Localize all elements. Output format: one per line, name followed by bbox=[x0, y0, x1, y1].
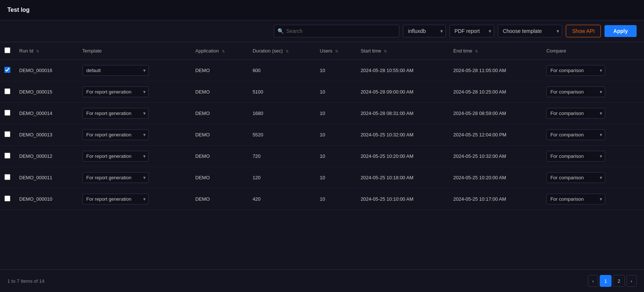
cell-application: DEMO bbox=[191, 167, 248, 189]
cell-end-time: 2024-05-25 10:20:00 AM bbox=[449, 167, 542, 189]
select-all-checkbox[interactable] bbox=[4, 47, 10, 53]
cell-compare: For comparisonBaselineNone bbox=[542, 60, 644, 81]
compare-select[interactable]: For comparisonBaselineNone bbox=[546, 108, 605, 119]
page-title: Test log bbox=[7, 7, 30, 13]
page-button-1[interactable]: 1 bbox=[600, 275, 612, 287]
row-checkbox[interactable] bbox=[4, 67, 10, 73]
sort-arrow-end-time: ⇅ bbox=[475, 49, 478, 53]
table-row: DEMO_000013defaultFor report generationD… bbox=[0, 124, 644, 146]
cell-duration: 720 bbox=[248, 146, 315, 167]
cell-end-time: 2024-05-28 11:05:00 AM bbox=[449, 60, 542, 81]
cell-application: DEMO bbox=[191, 146, 248, 167]
compare-select-wrapper: For comparisonBaselineNone bbox=[546, 65, 605, 76]
row-checkbox-cell bbox=[0, 124, 15, 146]
header-compare: Compare bbox=[542, 42, 644, 60]
cell-run-id: DEMO_000015 bbox=[15, 81, 78, 103]
template-select[interactable]: defaultFor report generation bbox=[82, 172, 149, 183]
page-button-2[interactable]: 2 bbox=[613, 275, 625, 287]
compare-select-wrapper: For comparisonBaselineNone bbox=[546, 108, 605, 119]
cell-template: defaultFor report generation bbox=[78, 167, 191, 189]
sort-arrow-application: ⇅ bbox=[222, 49, 225, 53]
pagination-info: 1 to 7 Items of 14 bbox=[7, 278, 44, 284]
template-select[interactable]: defaultFor report generation bbox=[82, 86, 149, 97]
cell-duration: 600 bbox=[248, 60, 315, 81]
cell-template: defaultFor report generation bbox=[78, 124, 191, 146]
cell-run-id: DEMO_000011 bbox=[15, 167, 78, 189]
search-input[interactable] bbox=[274, 25, 399, 37]
cell-template: defaultFor report generation bbox=[78, 60, 191, 81]
row-checkbox[interactable] bbox=[4, 88, 10, 94]
header-duration: Duration (sec) ⇅ bbox=[248, 42, 315, 60]
cell-users: 10 bbox=[316, 103, 357, 124]
template-chooser-dropdown[interactable]: Choose template default For report gener… bbox=[498, 25, 562, 37]
row-checkbox-cell bbox=[0, 167, 15, 189]
header-run-id: Run Id ⇅ bbox=[15, 42, 78, 60]
cell-end-time: 2024-05-28 10:25:00 AM bbox=[449, 81, 542, 103]
cell-duration: 420 bbox=[248, 189, 315, 210]
row-checkbox-cell bbox=[0, 189, 15, 210]
row-checkbox[interactable] bbox=[4, 174, 10, 180]
cell-application: DEMO bbox=[191, 189, 248, 210]
sort-arrow-run-id: ⇅ bbox=[36, 49, 39, 53]
cell-application: DEMO bbox=[191, 124, 248, 146]
apply-button[interactable]: Apply bbox=[605, 25, 637, 37]
cell-compare: For comparisonBaselineNone bbox=[542, 103, 644, 124]
cell-end-time: 2024-05-25 10:32:00 AM bbox=[449, 146, 542, 167]
compare-select-wrapper: For comparisonBaselineNone bbox=[546, 129, 605, 140]
header-template: Template bbox=[78, 42, 191, 60]
compare-select[interactable]: For comparisonBaselineNone bbox=[546, 129, 605, 140]
cell-application: DEMO bbox=[191, 60, 248, 81]
row-checkbox-cell bbox=[0, 146, 15, 167]
header-bar: Test log bbox=[0, 0, 644, 20]
cell-users: 10 bbox=[316, 124, 357, 146]
db-dropdown[interactable]: influxdb prometheus mysql bbox=[403, 25, 446, 37]
compare-select[interactable]: For comparisonBaselineNone bbox=[546, 151, 605, 162]
compare-select[interactable]: For comparisonBaselineNone bbox=[546, 194, 605, 204]
compare-select[interactable]: For comparisonBaselineNone bbox=[546, 86, 605, 97]
template-select[interactable]: defaultFor report generation bbox=[82, 151, 149, 162]
cell-compare: For comparisonBaselineNone bbox=[542, 167, 644, 189]
cell-start-time: 2024-05-25 10:20:00 AM bbox=[356, 146, 449, 167]
next-page-button[interactable]: › bbox=[626, 275, 637, 287]
cell-application: DEMO bbox=[191, 81, 248, 103]
table-row: DEMO_000016defaultFor report generationD… bbox=[0, 60, 644, 81]
cell-run-id: DEMO_000013 bbox=[15, 124, 78, 146]
template-select-wrapper: defaultFor report generation bbox=[82, 151, 149, 162]
template-select[interactable]: defaultFor report generation bbox=[82, 194, 149, 204]
row-checkbox[interactable] bbox=[4, 110, 10, 116]
table-row: DEMO_000015defaultFor report generationD… bbox=[0, 81, 644, 103]
template-select-wrapper: defaultFor report generation bbox=[82, 108, 149, 119]
header-checkbox-cell bbox=[0, 42, 15, 60]
row-checkbox-cell bbox=[0, 60, 15, 81]
template-select-wrapper: defaultFor report generation bbox=[82, 172, 149, 183]
cell-template: defaultFor report generation bbox=[78, 103, 191, 124]
template-select[interactable]: defaultFor report generation bbox=[82, 65, 149, 76]
cell-run-id: DEMO_000014 bbox=[15, 103, 78, 124]
db-dropdown-wrapper: influxdb prometheus mysql bbox=[403, 25, 446, 37]
cell-end-time: 2024-05-25 12:04:00 PM bbox=[449, 124, 542, 146]
report-type-dropdown-wrapper: PDF report HTML report CSV report bbox=[450, 25, 494, 37]
row-checkbox[interactable] bbox=[4, 153, 10, 159]
cell-compare: For comparisonBaselineNone bbox=[542, 124, 644, 146]
cell-template: defaultFor report generation bbox=[78, 189, 191, 210]
row-checkbox[interactable] bbox=[4, 196, 10, 201]
row-checkbox-cell bbox=[0, 103, 15, 124]
template-chooser-wrapper: Choose template default For report gener… bbox=[498, 25, 562, 37]
cell-start-time: 2024-05-25 10:10:00 AM bbox=[356, 189, 449, 210]
runs-table: Run Id ⇅ Template Application ⇅ Duration… bbox=[0, 42, 644, 210]
header-users: Users ⇅ bbox=[316, 42, 357, 60]
prev-page-button[interactable]: ‹ bbox=[588, 275, 598, 287]
cell-duration: 120 bbox=[248, 167, 315, 189]
table-container: Run Id ⇅ Template Application ⇅ Duration… bbox=[0, 42, 644, 269]
compare-select[interactable]: For comparisonBaselineNone bbox=[546, 65, 605, 76]
cell-duration: 1680 bbox=[248, 103, 315, 124]
compare-select-wrapper: For comparisonBaselineNone bbox=[546, 194, 605, 204]
template-select[interactable]: defaultFor report generation bbox=[82, 129, 149, 140]
template-select[interactable]: defaultFor report generation bbox=[82, 108, 149, 119]
template-select-wrapper: defaultFor report generation bbox=[82, 86, 149, 97]
row-checkbox[interactable] bbox=[4, 131, 10, 137]
compare-select[interactable]: For comparisonBaselineNone bbox=[546, 172, 605, 183]
cell-compare: For comparisonBaselineNone bbox=[542, 189, 644, 210]
report-type-dropdown[interactable]: PDF report HTML report CSV report bbox=[450, 25, 494, 37]
show-api-button[interactable]: Show API bbox=[566, 25, 601, 37]
